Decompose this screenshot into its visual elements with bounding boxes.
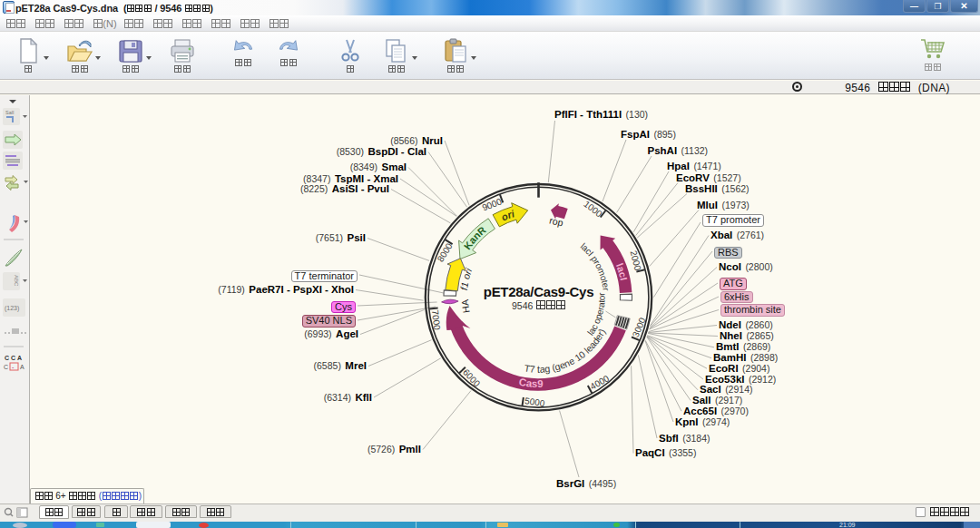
svg-text:C: C <box>4 364 8 370</box>
svg-text:HA: HA <box>459 299 472 314</box>
svg-text:SalI: SalI <box>5 110 15 115</box>
svg-text:CCA: CCA <box>5 355 24 361</box>
svg-text:ABC: ABC <box>14 275 19 287</box>
svg-text:rop: rop <box>548 214 564 228</box>
svg-text:2000: 2000 <box>628 249 642 272</box>
svg-text:Cas9: Cas9 <box>518 376 544 389</box>
svg-text:A: A <box>20 364 24 370</box>
svg-text:-: - <box>12 364 15 370</box>
svg-text:pET28a/Cas9-Cys: pET28a/Cas9-Cys <box>484 284 593 299</box>
svg-text:7000: 7000 <box>430 309 442 331</box>
svg-text:(123): (123) <box>5 305 19 312</box>
